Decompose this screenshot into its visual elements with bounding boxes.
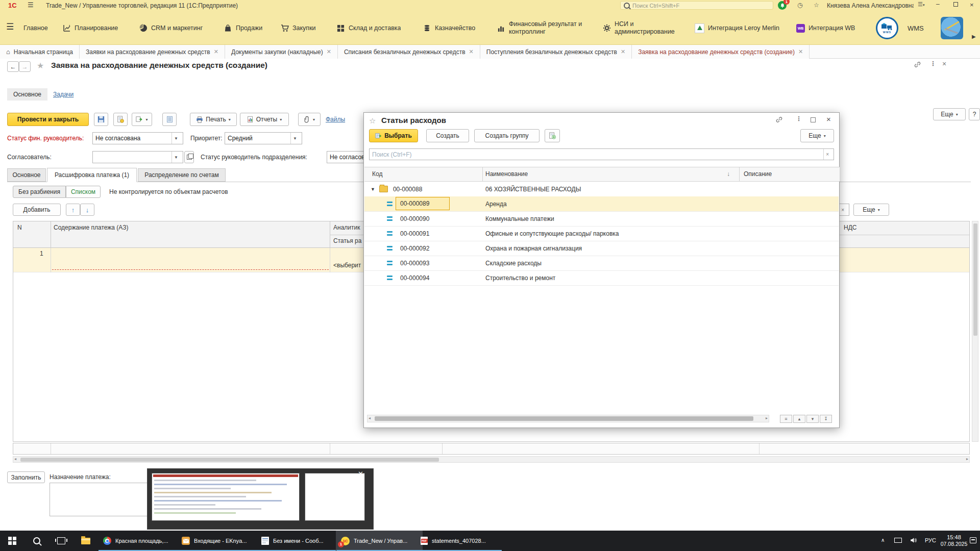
col-n[interactable]: N [17,224,22,231]
create-based-on-button[interactable]: ▾ [132,113,152,126]
main-menu-icon[interactable]: ☰ [28,1,34,9]
maximize-button[interactable] [953,2,958,7]
taskbar-search-icon[interactable] [24,531,49,551]
dialog-create-group-button[interactable]: Создать группу [474,129,540,142]
sort-arrow-icon[interactable]: ↓ [727,170,730,178]
tray-network-icon[interactable] [894,538,902,543]
col-vat[interactable]: НДС [844,224,856,231]
dialog-star-icon[interactable]: ☆ [369,116,376,126]
chevron-down-icon[interactable]: ▼ [290,133,299,144]
files-link[interactable]: Файлы [326,116,345,123]
dialog-search-input[interactable]: Поиск (Ctrl+F) × [369,148,834,160]
list-menu-button[interactable]: ≡ [780,415,792,423]
subnav-tasks-link[interactable]: Задачи [53,91,74,98]
notifications-bell-icon[interactable]: 1 [778,1,787,10]
fill-button[interactable]: Заполнить [7,471,45,483]
chevron-down-icon[interactable]: ▼ [172,152,180,163]
subnav-main[interactable]: Основное [7,88,47,101]
priority-combobox[interactable]: Средний▼ [225,132,302,144]
ribbon-item-planning[interactable]: Планирование [62,11,118,45]
dialog-row[interactable]: 00-000092 Охрана и пожарная сигнализация [364,241,839,256]
taskbar-app-pdf[interactable]: PDF statements_407028... [415,531,502,551]
scroll-left-icon[interactable]: ◂ [369,416,371,420]
ribbon-item-leroy[interactable]: Интеграция Leroy Merlin [695,11,779,45]
ribbon-item-finance[interactable]: Финансовый результат и контроллинг [497,11,590,45]
required-field-underline[interactable] [52,269,329,270]
scroll-down-button[interactable]: ▾ [806,415,819,423]
dialog-row[interactable]: 00-000091 Офисные и сопутствующие расход… [364,226,839,241]
tab-purchase-docs[interactable]: Документы закупки (накладные)✕ [225,45,338,59]
clear-search-icon[interactable]: × [839,204,846,215]
as-list-toggle[interactable]: Списком [66,186,101,198]
window-thumbnail-blank[interactable] [305,473,365,521]
kebab-menu-icon[interactable]: ⋮ [930,60,936,67]
post-document-button[interactable] [113,113,128,126]
table-hscrollbar[interactable]: ◂ ▸ [13,456,970,463]
section-tab-accounts[interactable]: Распределение по счетам [138,168,226,182]
ribbon-overflow-arrow-icon[interactable]: ▶ [972,34,976,39]
tab-home[interactable]: ⌂ Начальная страница [0,45,80,59]
dialog-kebab-icon[interactable]: ⋮ [796,115,802,122]
favorite-star-icon[interactable]: ★ [37,61,44,70]
section-tab-main[interactable]: Основное [7,168,46,182]
scroll-right-icon[interactable]: ▸ [966,457,968,461]
more-button-top[interactable]: Еще▾ [933,108,966,120]
scroll-right-icon[interactable]: ▸ [766,416,768,420]
taskbar-app-message[interactable]: Без имени - Сооб... [256,531,343,551]
save-button[interactable] [94,113,108,126]
tab-cashless-writeoffs[interactable]: Списания безналичных денежных средств✕ [338,45,480,59]
action-center-icon[interactable] [970,537,976,543]
table-vscrollbar[interactable] [972,221,978,442]
tray-clock[interactable]: 15:48 07.08.2025 [940,534,968,547]
scroll-thumb[interactable] [973,223,977,336]
favorites-star-icon[interactable]: ☆ [814,2,819,9]
window-thumbnail[interactable] [152,473,300,521]
move-down-button[interactable]: ↓ [80,204,94,216]
post-and-close-button[interactable]: Провести и закрыть [7,113,89,126]
dialog-row[interactable]: 00-000090 Коммунальные платежи [364,211,839,227]
preview-close-icon[interactable]: ✕ [358,470,363,478]
tab-payment-requests[interactable]: Заявки на расходование денежных средств✕ [80,45,225,59]
service-menu-icon[interactable]: ☰▾ [918,1,924,8]
tab-close-icon[interactable]: ✕ [214,48,218,55]
col-code[interactable]: Код [372,170,382,178]
chevron-down-icon[interactable]: ▼ [172,133,180,144]
dialog-maximize-icon[interactable] [811,117,816,122]
print-button[interactable]: Печать▾ [190,113,237,126]
ribbon-item-warehouse[interactable]: Склад и доставка [336,11,401,45]
dialog-link-icon[interactable] [775,116,783,125]
ribbon-item-crm[interactable]: CRM и маркетинг [139,11,203,45]
reports-button[interactable]: Отчеты▾ [240,113,289,126]
taskbar-app-chrome[interactable]: Красная площадь,... [98,531,184,551]
dialog-row[interactable]: 00-000093 Складские расходы [364,256,839,271]
ribbon-item-nsi-admin[interactable]: НСИ и администрирование [602,11,686,45]
scroll-to-end-button[interactable]: ↧ [820,415,832,423]
file-explorer-icon[interactable] [74,531,98,551]
dialog-create-button[interactable]: Создать [426,129,469,142]
current-cell[interactable]: 00-000089 [396,197,450,210]
tray-language[interactable]: РУС [925,537,936,543]
table-more-button[interactable]: Еще▾ [853,204,889,216]
forward-button[interactable]: → [19,61,31,72]
col-name[interactable]: Наименование [485,170,528,178]
scroll-up-button[interactable]: ▴ [793,415,805,423]
wms-logo-icon[interactable]: WMS [876,17,898,39]
section-tab-payment-details[interactable]: Расшифровка платежа (1) [47,168,137,182]
close-button[interactable]: × [970,1,974,9]
tab-payment-request-new[interactable]: Заявка на расходование денежных средств … [632,45,810,59]
globe-tools-icon[interactable] [941,17,963,39]
sections-list-icon[interactable]: ☰ [6,21,14,32]
dialog-select-button[interactable]: Выбрать [369,129,418,142]
close-document-icon[interactable]: × [942,60,946,68]
tab-close-icon[interactable]: ✕ [469,48,474,55]
dialog-row-group[interactable]: ▼ 00-000088 06 ХОЗЯЙСТВЕННЫЕ РАСХОДЫ [364,182,839,197]
expand-triangle-icon[interactable]: ▼ [371,187,375,192]
tab-close-icon[interactable]: ✕ [798,48,803,55]
start-button[interactable] [0,531,24,551]
clear-search-icon[interactable]: × [823,149,831,160]
ribbon-item-wms[interactable]: WMS [908,11,924,45]
tab-close-icon[interactable]: ✕ [327,48,331,55]
move-up-button[interactable]: ↑ [66,204,80,216]
ribbon-item-wb[interactable]: WB Интеграция WB [796,11,855,45]
scroll-left-icon[interactable]: ◂ [14,457,16,461]
